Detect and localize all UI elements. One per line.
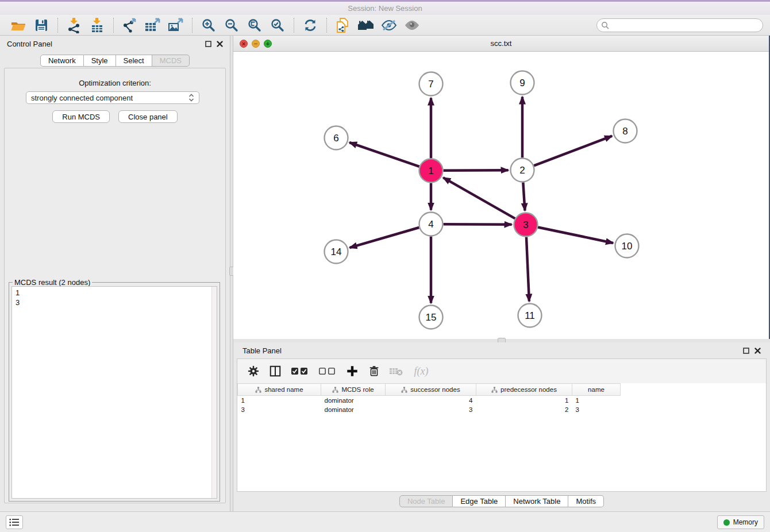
network-window-titlebar[interactable]: × − + scc.txt — [233, 36, 769, 52]
table-cell: 4 — [386, 396, 476, 405]
tab-motifs[interactable]: Motifs — [568, 495, 604, 507]
window-maximize-button[interactable]: + — [264, 40, 272, 48]
column-header-predecessor-nodes[interactable]: predecessor nodes — [476, 384, 572, 396]
close-panel-button[interactable]: Close panel — [118, 110, 178, 123]
toolbar-separator — [326, 18, 327, 33]
toolbar-separator — [192, 18, 192, 33]
home-button[interactable] — [355, 17, 378, 34]
column-header-successor-nodes[interactable]: successor nodes — [386, 384, 476, 396]
zoom-fit-button[interactable] — [243, 17, 266, 34]
export-table-button[interactable] — [141, 17, 164, 34]
table-cell: 1 — [238, 396, 321, 405]
column-header-mcds-role[interactable]: MCDS role — [321, 384, 386, 396]
delete-button[interactable] — [367, 364, 381, 378]
export-image-button[interactable] — [164, 17, 187, 34]
list-icon — [9, 518, 20, 526]
column-header-name[interactable]: name — [572, 384, 621, 396]
result-scrollbar[interactable] — [211, 287, 217, 498]
network-canvas[interactable]: 1234678910111415 — [233, 52, 769, 338]
add-column-button[interactable] — [345, 364, 359, 378]
run-mcds-button[interactable]: Run MCDS — [52, 110, 110, 123]
zoom-in-icon — [201, 18, 216, 33]
table-cell: dominator — [321, 405, 386, 414]
graph-edge-1-6[interactable] — [349, 142, 419, 167]
float-panel-icon[interactable] — [205, 41, 211, 47]
deselect-all-button[interactable] — [318, 364, 337, 378]
toolbar-separator — [113, 18, 114, 33]
hide-eye-button[interactable] — [378, 17, 401, 34]
graph-edge-2-8[interactable] — [534, 136, 612, 166]
duplicate-network-button[interactable] — [332, 17, 355, 34]
memory-button[interactable]: Memory — [717, 515, 764, 529]
graph-edge-3-10[interactable] — [538, 227, 613, 243]
tab-network-table[interactable]: Network Table — [506, 495, 568, 507]
close-panel-icon[interactable] — [217, 41, 223, 47]
refresh-button[interactable] — [299, 17, 322, 34]
table-header-row: shared name MCDS role successor nodes pr… — [238, 384, 621, 396]
close-panel-icon[interactable] — [754, 348, 761, 354]
graph-edge-4-3[interactable] — [443, 224, 511, 225]
export-image-icon — [167, 17, 184, 33]
zoom-out-button[interactable] — [220, 17, 243, 34]
mcds-result-items: 1 3 — [12, 287, 217, 309]
graph-edge-1-2[interactable] — [443, 170, 508, 171]
zoom-fit-icon — [247, 18, 262, 33]
status-bar: Memory — [0, 511, 770, 532]
graph-edge-4-14[interactable] — [350, 228, 419, 248]
delete-table-button[interactable] — [389, 364, 403, 378]
float-panel-icon[interactable] — [743, 348, 749, 354]
export-network-button[interactable] — [118, 17, 141, 34]
column-header-shared-name[interactable]: shared name — [238, 384, 321, 396]
mcds-result-list[interactable]: 1 3 — [11, 286, 217, 499]
refresh-icon — [303, 18, 318, 33]
tab-style[interactable]: Style — [84, 55, 116, 67]
graph-edge-3-11[interactable] — [526, 237, 529, 301]
search-input[interactable] — [596, 18, 763, 32]
show-eye-button[interactable] — [401, 17, 424, 34]
tab-edge-table[interactable]: Edge Table — [453, 495, 506, 507]
task-history-button[interactable] — [6, 515, 23, 529]
import-network-button[interactable] — [63, 17, 86, 34]
import-table-button[interactable] — [86, 17, 109, 34]
select-all-button[interactable] — [290, 364, 310, 378]
zoom-in-button[interactable] — [197, 17, 220, 34]
graph-node-label-3: 3 — [523, 219, 528, 230]
tab-mcds[interactable]: MCDS — [152, 55, 190, 67]
graph-edge-2-3[interactable] — [523, 182, 525, 210]
trash-icon — [368, 365, 380, 377]
save-session-button[interactable] — [30, 17, 53, 34]
function-builder-button[interactable]: f(x) — [411, 364, 432, 378]
zoom-selected-button[interactable] — [266, 17, 289, 34]
zoom-out-icon — [224, 18, 239, 33]
graph-node-label-7: 7 — [428, 79, 433, 90]
mcds-tab-content: Optimization criterion: strongly connect… — [4, 68, 226, 503]
toolbar-separator — [294, 18, 294, 33]
table-row[interactable]: 1dominator411 — [238, 396, 621, 405]
duplicate-network-icon — [335, 17, 351, 33]
window-minimize-button[interactable]: − — [252, 40, 260, 48]
import-network-icon — [67, 17, 82, 33]
control-panel-tabs: Network Style Select MCDS — [0, 52, 230, 67]
zoom-selected-icon — [270, 18, 285, 33]
mcds-result-title: MCDS result (2 nodes) — [13, 278, 92, 287]
hide-eye-icon — [380, 18, 398, 32]
control-panel: Control Panel Network Style Select MCDS … — [0, 36, 230, 511]
criterion-dropdown-value: strongly connected component — [31, 94, 133, 102]
criterion-dropdown[interactable]: strongly connected component — [26, 91, 199, 104]
memory-status-dot — [723, 519, 730, 526]
column-layout-button[interactable] — [268, 364, 282, 378]
table-row[interactable]: 3dominator323 — [238, 405, 621, 414]
tab-node-table[interactable]: Node Table — [399, 495, 453, 507]
gear-button[interactable] — [247, 364, 260, 378]
window-close-button[interactable]: × — [240, 40, 248, 48]
table-cell: dominator — [321, 396, 386, 405]
save-session-icon — [34, 18, 49, 33]
tab-select[interactable]: Select — [116, 55, 152, 67]
table-cell: 1 — [572, 396, 621, 405]
graph-edge-3-1[interactable] — [443, 178, 515, 218]
graph-node-label-15: 15 — [426, 312, 437, 323]
network-view-window: × − + scc.txt 1234678910111415 — [233, 36, 770, 339]
open-session-button[interactable] — [7, 17, 30, 34]
tab-network[interactable]: Network — [40, 55, 84, 67]
control-panel-header: Control Panel — [0, 36, 230, 52]
